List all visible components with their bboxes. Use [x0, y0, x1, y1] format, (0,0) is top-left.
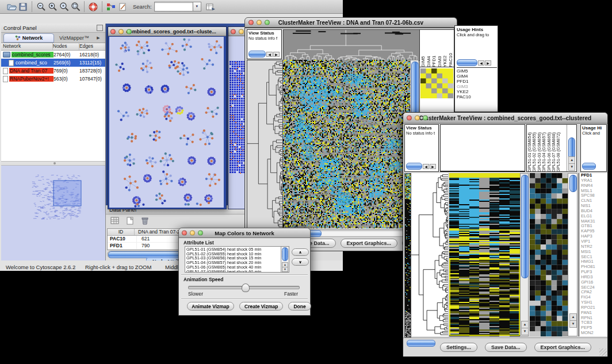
zoom-out-icon[interactable] — [35, 1, 47, 13]
listbox-vscrollbar[interactable]: ▲ ▼ — [281, 247, 289, 272]
treeview1-titlebar[interactable]: ClusterMaker TreeView : DNA and Tran 07-… — [244, 17, 457, 28]
resize-grip[interactable] — [599, 348, 607, 356]
scroll-down-icon[interactable]: ▼ — [568, 163, 575, 171]
treeview2-pixel-view[interactable] — [530, 173, 568, 336]
animation-speed-slider[interactable] — [188, 286, 300, 289]
close-button[interactable] — [407, 116, 412, 121]
network-overview-canvas[interactable] — [4, 169, 102, 223]
array-label: GPL51-04 (GSM857) — [542, 125, 546, 172]
treeview2-heatmap[interactable] — [449, 173, 520, 336]
settings-button[interactable]: Settings... — [440, 343, 477, 352]
attribute-list-item[interactable]: GPL51-04 (GSM857) heat shock 20 min — [186, 260, 289, 265]
dialog-titlebar[interactable]: Map Colors to Network — [179, 228, 310, 238]
zoom-slider[interactable] — [406, 163, 422, 170]
scroll-down-icon[interactable]: ▼ — [569, 320, 577, 328]
minimize-button[interactable] — [190, 231, 195, 236]
treeview1-zoom-heatmap[interactable] — [420, 68, 453, 98]
network-list-row[interactable]: combined_scores2764(0)16218(0) — [1, 51, 105, 59]
network-overview-panel[interactable] — [1, 166, 105, 263]
import-table-icon[interactable] — [205, 1, 216, 13]
move-up-button[interactable]: ∧ — [292, 248, 309, 256]
float-panel-icon[interactable] — [97, 25, 103, 31]
toolbar-separator — [32, 1, 32, 12]
search-dropdown-button[interactable]: ▼ — [193, 2, 201, 12]
treeview1-heatmap[interactable] — [283, 60, 410, 228]
open-file-icon[interactable] — [6, 1, 17, 13]
treeview2-vscrollbar[interactable]: ▲ ▼ — [520, 173, 529, 336]
export-graphics-button[interactable]: Export Graphics... — [341, 239, 398, 248]
tab-network[interactable]: Network — [3, 33, 54, 43]
create-vizmap-button[interactable]: Create Vizmap — [239, 302, 283, 311]
zoom-slider[interactable] — [407, 340, 435, 347]
treeview1-column-dendrogram[interactable] — [283, 29, 420, 61]
zoom-button[interactable] — [198, 231, 203, 236]
col-header-nodes[interactable]: Nodes — [53, 43, 79, 50]
treeview1-row-dendrogram[interactable] — [247, 60, 283, 229]
col-header-network[interactable]: Network — [1, 43, 53, 50]
help-lifering-icon[interactable] — [87, 1, 99, 13]
network-view-canvas[interactable] — [109, 37, 224, 208]
scroll-right-icon[interactable]: ▶ — [273, 52, 280, 57]
minimize-button[interactable] — [118, 29, 124, 34]
annotation-icon[interactable] — [117, 1, 128, 13]
scroll-down-icon[interactable]: ▼ — [521, 328, 529, 335]
export-graphics-button[interactable]: Export Graphics... — [534, 343, 592, 352]
delete-attribute-icon[interactable] — [139, 215, 151, 227]
attribute-table-icon[interactable] — [109, 215, 121, 227]
zoom-button[interactable] — [127, 29, 132, 34]
tab-vizmapper[interactable]: VizMapper™ — [54, 33, 94, 43]
treeview2-label-vscrollbar[interactable]: ▲ ▼ — [567, 125, 576, 171]
treeview2-row-dendrogram[interactable] — [411, 173, 448, 336]
attribute-list-item[interactable]: GPL51-01 (GSM854) heat shock 05 min — [186, 247, 289, 252]
move-down-button[interactable]: ∨ — [292, 258, 309, 266]
zoom-selected-icon[interactable] — [58, 1, 70, 13]
treeview2-titlebar[interactable]: ClusterMaker TreeView : combined_scores_… — [403, 113, 607, 124]
usage-hints-text: Click and — [581, 131, 606, 136]
zoom-slider[interactable] — [582, 163, 596, 170]
col-header-edges[interactable]: Edges — [79, 43, 105, 50]
panel-splitter[interactable] — [1, 161, 105, 166]
attribute-list-item[interactable]: GPL51-02 (GSM855) heat shock 10 min — [186, 252, 289, 256]
data-col-id[interactable]: ID — [108, 229, 135, 235]
new-attribute-icon[interactable] — [124, 215, 136, 227]
zoom-in-icon[interactable] — [47, 1, 58, 13]
attribute-list-item[interactable]: GPL51-03 (GSM856) heat shock 15 min — [186, 256, 289, 260]
scroll-down-icon[interactable]: ▼ — [282, 267, 288, 272]
zoom-slider[interactable] — [248, 51, 266, 58]
scroll-left-icon[interactable]: ◀ — [266, 52, 273, 57]
zoom-button[interactable] — [423, 116, 428, 121]
zoom-slider[interactable] — [457, 59, 477, 66]
attribute-listbox[interactable]: GPL51-01 (GSM854) heat shock 05 minGPL51… — [185, 246, 289, 273]
array-label: YKE2 — [442, 30, 448, 67]
save-data-button[interactable]: Save Data... — [485, 343, 527, 352]
scroll-left-icon[interactable]: ◀ — [423, 164, 429, 169]
zoom-button[interactable] — [265, 20, 270, 25]
scroll-right-icon[interactable]: ▶ — [485, 60, 491, 66]
network-name: combined_scores — [12, 52, 53, 58]
minimize-button[interactable] — [415, 116, 420, 121]
slider-thumb[interactable] — [242, 283, 250, 292]
attribute-list-item[interactable]: GPL51-06 (GSM865) heat shock 40 min — [186, 265, 289, 270]
zoom-fit-icon[interactable] — [70, 1, 81, 13]
network-list-row[interactable]: DNA and Tran 07769(0)183728(0) — [1, 67, 105, 75]
save-icon[interactable] — [17, 1, 29, 13]
network-list-row[interactable]: combined_sco2569(6)13112(15) — [1, 59, 105, 67]
minimize-button[interactable] — [239, 29, 244, 34]
treeview2-pixel-vscrollbar[interactable]: ▲ ▼ — [568, 173, 577, 336]
network-list-row[interactable]: RNAPuberNov2+!563(0)107847(0) — [1, 75, 105, 83]
search-input[interactable] — [154, 2, 193, 12]
scroll-right-icon[interactable]: ▶ — [430, 164, 436, 169]
animate-vizmap-button[interactable]: Animate Vizmap — [187, 302, 234, 311]
close-button[interactable] — [182, 231, 187, 236]
scroll-left-icon[interactable]: ◀ — [478, 60, 484, 66]
close-button[interactable] — [110, 29, 116, 34]
done-button[interactable]: Done — [288, 302, 311, 311]
treeview2-global-strip[interactable] — [404, 173, 411, 338]
tab-overflow-arrow[interactable]: ▶ — [94, 33, 102, 43]
attribute-list-item[interactable]: GPL51-07 (GSM868) heat shock 60 min — [186, 270, 289, 273]
vizmapper-icon[interactable] — [105, 1, 117, 13]
close-button[interactable] — [248, 20, 254, 25]
close-button[interactable] — [231, 29, 236, 34]
minimize-button[interactable] — [257, 20, 262, 25]
treeview2-usage-hints: Usage Hi Click and — [580, 124, 607, 172]
